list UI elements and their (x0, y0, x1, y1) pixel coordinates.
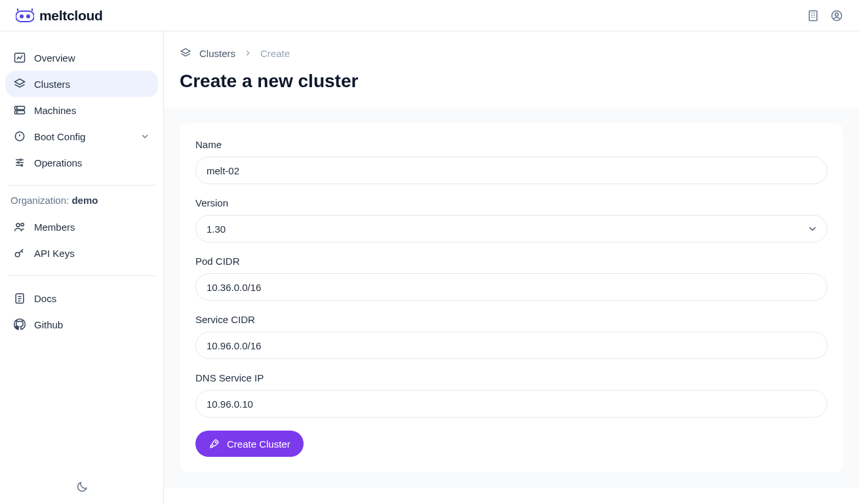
create-cluster-card: Name Version 1.30 Pod CIDR (180, 123, 843, 473)
main-content: Clusters Create Create a new cluster Nam… (164, 31, 859, 504)
svg-point-12 (20, 159, 22, 161)
svg-point-14 (21, 165, 23, 166)
layers-icon (180, 47, 191, 59)
pod-cidr-label: Pod CIDR (195, 256, 828, 267)
sidebar-item-docs[interactable]: Docs (5, 285, 158, 311)
pod-cidr-input[interactable] (195, 273, 828, 301)
sidebar: Overview Clusters Machines Boot Con (0, 31, 164, 504)
field-pod-cidr: Pod CIDR (195, 256, 828, 301)
sidebar-item-api-keys[interactable]: API Keys (5, 240, 158, 266)
users-icon (13, 220, 26, 233)
svg-point-15 (16, 223, 20, 227)
logo-mark-icon (16, 9, 34, 23)
chevron-right-icon (243, 48, 252, 58)
field-name: Name (195, 139, 828, 184)
key-icon (13, 246, 26, 260)
svg-rect-3 (809, 10, 817, 20)
sidebar-item-label: Clusters (34, 79, 70, 90)
version-label: Version (195, 197, 828, 208)
svg-point-16 (21, 223, 24, 226)
chevron-down-icon (140, 131, 150, 142)
rocket-icon (209, 438, 220, 450)
sidebar-item-label: API Keys (34, 248, 75, 259)
sidebar-item-label: Overview (34, 52, 75, 64)
app-header: meltcloud (0, 0, 859, 31)
chart-line-icon (13, 51, 26, 64)
page-head: Clusters Create Create a new cluster (164, 31, 859, 107)
sliders-icon (13, 156, 26, 169)
github-icon (13, 318, 26, 331)
sidebar-divider (8, 275, 155, 276)
field-dns-ip: DNS Service IP (195, 372, 828, 417)
create-cluster-button[interactable]: Create Cluster (195, 431, 304, 457)
svg-point-17 (15, 252, 20, 257)
svg-point-13 (18, 162, 19, 164)
svg-point-19 (215, 442, 216, 443)
breadcrumb: Clusters Create (180, 47, 843, 59)
user-icon[interactable] (830, 9, 843, 22)
sidebar-item-clusters[interactable]: Clusters (5, 71, 158, 97)
org-prefix: Organization: (10, 195, 71, 206)
field-service-cidr: Service CIDR (195, 314, 828, 359)
sidebar-item-label: Github (34, 319, 63, 330)
field-version: Version 1.30 (195, 197, 828, 242)
svg-point-2 (26, 14, 30, 18)
brand-name: meltcloud (39, 8, 102, 24)
service-cidr-label: Service CIDR (195, 314, 828, 325)
content-area: Name Version 1.30 Pod CIDR (164, 107, 859, 488)
svg-point-10 (16, 112, 17, 113)
power-icon (13, 130, 26, 143)
org-name: demo (71, 195, 98, 206)
dns-ip-input[interactable] (195, 390, 828, 417)
sidebar-item-label: Docs (34, 293, 56, 304)
name-label: Name (195, 139, 828, 150)
sidebar-item-machines[interactable]: Machines (5, 97, 158, 123)
sidebar-item-overview[interactable]: Overview (5, 45, 158, 71)
create-cluster-button-label: Create Cluster (227, 438, 290, 450)
sidebar-item-boot-config[interactable]: Boot Config (5, 123, 158, 149)
sidebar-item-operations[interactable]: Operations (5, 149, 158, 176)
sidebar-item-label: Operations (34, 157, 82, 168)
sidebar-item-label: Members (34, 222, 75, 233)
dns-ip-label: DNS Service IP (195, 372, 828, 383)
moon-icon[interactable] (75, 480, 89, 494)
sidebar-item-label: Machines (34, 105, 76, 116)
sidebar-item-label: Boot Config (34, 131, 85, 142)
server-icon (13, 104, 26, 117)
svg-rect-0 (16, 11, 34, 22)
breadcrumb-root[interactable]: Clusters (199, 48, 235, 59)
page-title: Create a new cluster (180, 71, 843, 92)
org-label: Organization: demo (5, 195, 158, 214)
sidebar-divider (8, 185, 155, 185)
svg-point-5 (835, 12, 839, 16)
svg-point-9 (16, 107, 17, 108)
name-input[interactable] (195, 157, 828, 184)
building-icon[interactable] (807, 9, 820, 22)
version-select[interactable]: 1.30 (195, 215, 828, 242)
header-actions (807, 9, 843, 22)
svg-point-1 (20, 14, 24, 18)
sidebar-item-members[interactable]: Members (5, 214, 158, 240)
service-cidr-input[interactable] (195, 332, 828, 359)
breadcrumb-current: Create (260, 48, 290, 59)
brand-logo[interactable]: meltcloud (16, 8, 102, 24)
document-icon (13, 292, 26, 305)
sidebar-item-github[interactable]: Github (5, 311, 158, 338)
layers-icon (13, 77, 26, 90)
